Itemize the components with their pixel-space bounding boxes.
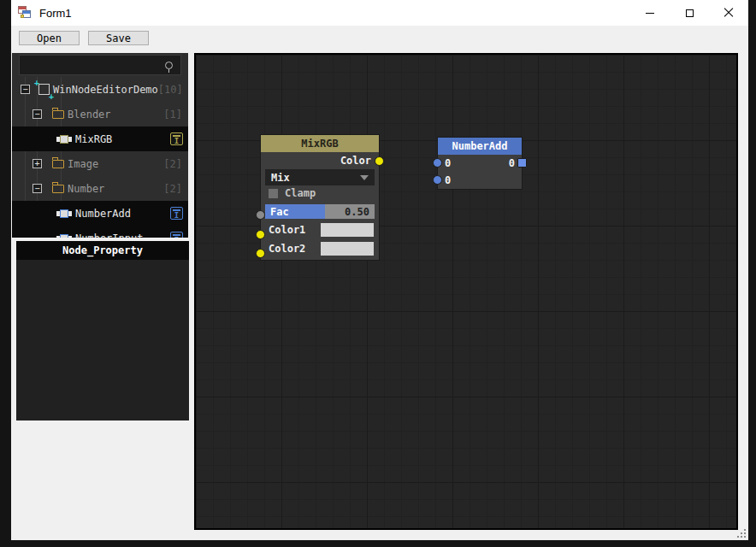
color1-swatch[interactable] <box>321 223 374 237</box>
fac-slider[interactable]: Fac 0.50 <box>265 204 375 219</box>
node-numberadd[interactable]: NumberAdd 0 0 0 <box>438 138 522 189</box>
chevron-down-icon <box>360 175 369 180</box>
expand-icon[interactable]: + <box>32 159 42 168</box>
input-value: 0 <box>445 157 451 169</box>
clamp-row: Clamp <box>261 185 379 201</box>
title-bar: Form1 <box>11 0 748 26</box>
node-editor-canvas[interactable]: MixRGB Color Mix Clamp Fac 0.50 Color1 C <box>194 53 738 530</box>
node-type-badge-icon <box>170 132 183 145</box>
node-header[interactable]: NumberAdd <box>438 138 522 155</box>
maximize-button[interactable] <box>670 0 709 26</box>
resize-grip[interactable] <box>737 529 746 538</box>
fac-slider-value: 0.50 <box>325 204 375 219</box>
output-value: 0 <box>509 157 515 169</box>
fac-slider-fill: Fac <box>265 204 325 219</box>
number-input-socket-2[interactable] <box>433 175 442 185</box>
clamp-label: Clamp <box>285 187 316 199</box>
save-button[interactable]: Save <box>88 31 149 45</box>
close-button[interactable] <box>709 0 748 26</box>
close-icon <box>724 8 734 18</box>
node-header[interactable]: MixRGB <box>261 135 379 152</box>
color1-input-socket[interactable] <box>256 230 265 239</box>
tree-item-mixrgb[interactable]: MixRGB <box>12 126 188 151</box>
output-label: Color <box>340 155 371 167</box>
node-type-badge-icon <box>170 232 183 238</box>
number-input-socket-1[interactable] <box>433 158 442 168</box>
app-icon <box>18 6 32 20</box>
tree-item-label: Blender <box>68 109 111 121</box>
input-row-color1: Color1 <box>261 221 379 238</box>
collapse-icon[interactable]: − <box>32 184 42 193</box>
node-icon <box>56 135 72 144</box>
tree-item-label: Image <box>68 158 98 170</box>
tree-item-blender[interactable]: − Blender [1] <box>12 102 188 126</box>
collapse-icon[interactable]: − <box>21 85 30 94</box>
clamp-checkbox[interactable] <box>269 189 278 198</box>
node-icon <box>56 209 72 218</box>
tree-item-number[interactable]: − Number [2] <box>12 176 188 201</box>
minimize-icon <box>646 13 654 14</box>
blend-mode-dropdown[interactable]: Mix <box>265 169 375 185</box>
node-property-panel: Node_Property <box>16 241 189 421</box>
tree-item-count: [1] <box>163 109 182 121</box>
tree-item-label: Number <box>68 183 104 195</box>
open-button[interactable]: Open <box>19 31 80 45</box>
folder-icon <box>52 110 64 119</box>
toolbar: Open Save <box>11 26 748 50</box>
node-icon <box>56 234 72 238</box>
input-row-2: 0 <box>438 172 522 189</box>
node-mixrgb[interactable]: MixRGB Color Mix Clamp Fac 0.50 Color1 C <box>261 135 379 260</box>
node-property-header: Node_Property <box>16 241 189 260</box>
input-row-1: 0 0 <box>438 155 522 172</box>
window-title: Form1 <box>39 7 72 20</box>
tree-item-label: MixRGB <box>75 133 112 145</box>
folder-icon <box>52 160 64 168</box>
magnifier-icon <box>165 62 173 69</box>
node-tree-panel: − WinNodeEditorDemo [10] − Blender [1] M… <box>12 53 188 238</box>
output-row-color: Color <box>261 152 379 169</box>
tree-item-numberadd[interactable]: NumberAdd <box>12 201 188 226</box>
maximize-icon <box>686 9 694 17</box>
number-output-socket[interactable] <box>517 158 527 168</box>
color-output-socket[interactable] <box>375 156 384 166</box>
node-type-badge-icon <box>170 207 183 220</box>
input-label: Color2 <box>269 243 305 255</box>
tree-item-count: [2] <box>163 158 182 170</box>
color2-input-socket[interactable] <box>256 249 265 258</box>
project-icon <box>38 84 50 95</box>
collapse-icon[interactable]: − <box>32 109 42 119</box>
tree-item-winnodeeditordemo[interactable]: − WinNodeEditorDemo [10] <box>12 77 188 102</box>
tree-item-image[interactable]: + Image [2] <box>12 151 188 176</box>
search-box[interactable] <box>19 55 181 75</box>
fac-input-socket[interactable] <box>256 210 265 220</box>
tree-view: − WinNodeEditorDemo [10] − Blender [1] M… <box>12 77 188 238</box>
input-row-color2: Color2 <box>261 240 379 257</box>
input-value: 0 <box>445 174 451 186</box>
search-input[interactable] <box>20 56 165 74</box>
app-window: Form1 Open Save − WinNodeEditorDemo [10] <box>11 0 748 540</box>
color2-swatch[interactable] <box>321 242 374 256</box>
folder-icon <box>52 185 64 193</box>
tree-item-label: NumberInput <box>75 232 143 238</box>
input-label: Color1 <box>269 224 305 236</box>
tree-item-numberinput[interactable]: NumberInput <box>12 226 188 238</box>
tree-item-label: NumberAdd <box>75 208 131 220</box>
tree-item-count: [10] <box>158 84 183 96</box>
tree-item-label: WinNodeEditorDemo <box>53 84 158 96</box>
minimize-button[interactable] <box>630 0 670 26</box>
tree-item-count: [2] <box>163 183 182 195</box>
dropdown-value: Mix <box>271 172 290 184</box>
